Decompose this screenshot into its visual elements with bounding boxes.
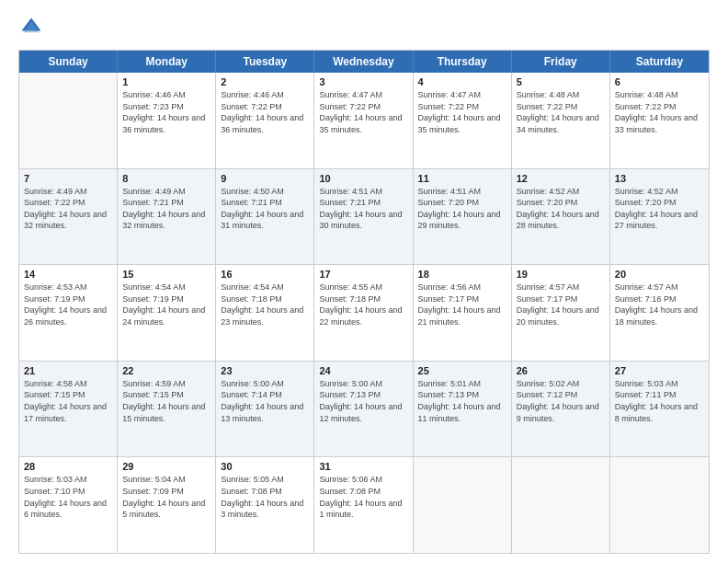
day-number: 17 [319, 269, 407, 280]
day-info: Sunrise: 4:49 AMSunset: 7:21 PMDaylight:… [122, 186, 210, 232]
page: SundayMondayTuesdayWednesdayThursdayFrid… [0, 0, 728, 563]
day-cell-31: 31Sunrise: 5:06 AMSunset: 7:08 PMDayligh… [314, 457, 413, 553]
day-info: Sunrise: 5:00 AMSunset: 7:14 PMDaylight:… [221, 378, 309, 424]
day-cell-14: 14Sunrise: 4:53 AMSunset: 7:19 PMDayligh… [19, 265, 118, 361]
day-cell-12: 12Sunrise: 4:52 AMSunset: 7:20 PMDayligh… [512, 169, 610, 265]
day-info: Sunrise: 4:57 AMSunset: 7:16 PMDaylight:… [615, 282, 704, 327]
day-info: Sunrise: 4:47 AMSunset: 7:22 PMDaylight:… [418, 89, 506, 135]
header-day-monday: Monday [118, 51, 216, 73]
day-info: Sunrise: 4:57 AMSunset: 7:17 PMDaylight:… [517, 282, 605, 327]
day-number: 23 [221, 365, 309, 376]
day-info: Sunrise: 4:51 AMSunset: 7:20 PMDaylight:… [418, 186, 506, 232]
day-number: 13 [615, 173, 704, 184]
day-info: Sunrise: 4:48 AMSunset: 7:22 PMDaylight:… [517, 89, 605, 135]
header-day-friday: Friday [512, 51, 610, 73]
day-number: 25 [418, 365, 506, 376]
day-number: 24 [319, 365, 407, 376]
day-info: Sunrise: 4:54 AMSunset: 7:19 PMDaylight:… [122, 282, 210, 327]
day-info: Sunrise: 4:46 AMSunset: 7:23 PMDaylight:… [122, 89, 210, 135]
day-info: Sunrise: 5:00 AMSunset: 7:13 PMDaylight:… [319, 378, 407, 424]
header-day-saturday: Saturday [610, 51, 709, 73]
day-info: Sunrise: 5:05 AMSunset: 7:08 PMDaylight:… [221, 474, 309, 520]
logo-icon [18, 15, 44, 40]
day-cell-6: 6Sunrise: 4:48 AMSunset: 7:22 PMDaylight… [610, 73, 709, 168]
day-cell-9: 9Sunrise: 4:50 AMSunset: 7:21 PMDaylight… [216, 169, 314, 265]
day-cell-10: 10Sunrise: 4:51 AMSunset: 7:21 PMDayligh… [314, 169, 413, 265]
calendar-row-4: 28Sunrise: 5:03 AMSunset: 7:10 PMDayligh… [19, 457, 709, 553]
calendar-row-0: 1Sunrise: 4:46 AMSunset: 7:23 PMDaylight… [19, 73, 709, 169]
logo [18, 15, 48, 40]
day-number: 2 [221, 76, 309, 87]
day-cell-30: 30Sunrise: 5:05 AMSunset: 7:08 PMDayligh… [216, 457, 314, 553]
day-number: 7 [24, 173, 112, 184]
day-number: 15 [122, 269, 210, 280]
day-number: 22 [122, 365, 210, 376]
day-cell-15: 15Sunrise: 4:54 AMSunset: 7:19 PMDayligh… [118, 265, 216, 361]
day-cell-28: 28Sunrise: 5:03 AMSunset: 7:10 PMDayligh… [19, 457, 118, 553]
day-cell-21: 21Sunrise: 4:58 AMSunset: 7:15 PMDayligh… [19, 362, 118, 457]
day-info: Sunrise: 4:58 AMSunset: 7:15 PMDaylight:… [24, 378, 112, 424]
day-info: Sunrise: 4:53 AMSunset: 7:19 PMDaylight:… [24, 282, 112, 327]
header-day-sunday: Sunday [19, 51, 118, 73]
day-number: 6 [615, 76, 704, 87]
day-cell-26: 26Sunrise: 5:02 AMSunset: 7:12 PMDayligh… [512, 362, 610, 457]
day-info: Sunrise: 4:47 AMSunset: 7:22 PMDaylight:… [319, 89, 407, 135]
day-info: Sunrise: 4:46 AMSunset: 7:22 PMDaylight:… [221, 89, 309, 135]
day-info: Sunrise: 4:48 AMSunset: 7:22 PMDaylight:… [615, 89, 704, 135]
calendar-row-3: 21Sunrise: 4:58 AMSunset: 7:15 PMDayligh… [19, 362, 709, 458]
day-number: 19 [517, 269, 605, 280]
day-number: 10 [319, 173, 407, 184]
empty-cell-0-0 [19, 73, 118, 168]
day-number: 4 [418, 76, 506, 87]
day-number: 14 [24, 269, 112, 280]
day-number: 28 [24, 461, 112, 472]
calendar-row-1: 7Sunrise: 4:49 AMSunset: 7:22 PMDaylight… [19, 169, 709, 266]
day-number: 9 [221, 173, 309, 184]
day-number: 29 [122, 461, 210, 472]
day-number: 16 [221, 269, 309, 280]
day-cell-2: 2Sunrise: 4:46 AMSunset: 7:22 PMDaylight… [216, 73, 314, 168]
day-number: 3 [319, 76, 407, 87]
day-info: Sunrise: 4:49 AMSunset: 7:22 PMDaylight:… [24, 186, 112, 232]
empty-cell-4-4 [414, 457, 512, 553]
day-cell-18: 18Sunrise: 4:56 AMSunset: 7:17 PMDayligh… [414, 265, 512, 361]
day-info: Sunrise: 5:04 AMSunset: 7:09 PMDaylight:… [122, 474, 210, 520]
day-number: 31 [319, 461, 407, 472]
day-info: Sunrise: 4:52 AMSunset: 7:20 PMDaylight:… [615, 186, 704, 232]
day-info: Sunrise: 4:56 AMSunset: 7:17 PMDaylight:… [418, 282, 506, 327]
day-cell-8: 8Sunrise: 4:49 AMSunset: 7:21 PMDaylight… [118, 169, 216, 265]
day-info: Sunrise: 4:55 AMSunset: 7:18 PMDaylight:… [319, 282, 407, 327]
day-cell-29: 29Sunrise: 5:04 AMSunset: 7:09 PMDayligh… [118, 457, 216, 553]
day-info: Sunrise: 5:03 AMSunset: 7:10 PMDaylight:… [24, 474, 112, 520]
day-cell-1: 1Sunrise: 4:46 AMSunset: 7:23 PMDaylight… [118, 73, 216, 168]
day-info: Sunrise: 5:06 AMSunset: 7:08 PMDaylight:… [319, 474, 407, 520]
day-info: Sunrise: 4:51 AMSunset: 7:21 PMDaylight:… [319, 186, 407, 232]
day-cell-11: 11Sunrise: 4:51 AMSunset: 7:20 PMDayligh… [414, 169, 512, 265]
day-cell-17: 17Sunrise: 4:55 AMSunset: 7:18 PMDayligh… [314, 265, 413, 361]
day-cell-23: 23Sunrise: 5:00 AMSunset: 7:14 PMDayligh… [216, 362, 314, 457]
day-number: 26 [517, 365, 605, 376]
day-cell-25: 25Sunrise: 5:01 AMSunset: 7:13 PMDayligh… [414, 362, 512, 457]
day-cell-20: 20Sunrise: 4:57 AMSunset: 7:16 PMDayligh… [610, 265, 709, 361]
day-info: Sunrise: 5:01 AMSunset: 7:13 PMDaylight:… [418, 378, 506, 424]
day-cell-3: 3Sunrise: 4:47 AMSunset: 7:22 PMDaylight… [314, 73, 413, 168]
header-day-tuesday: Tuesday [216, 51, 314, 73]
day-info: Sunrise: 4:54 AMSunset: 7:18 PMDaylight:… [221, 282, 309, 327]
day-cell-19: 19Sunrise: 4:57 AMSunset: 7:17 PMDayligh… [512, 265, 610, 361]
day-cell-7: 7Sunrise: 4:49 AMSunset: 7:22 PMDaylight… [19, 169, 118, 265]
day-number: 11 [418, 173, 506, 184]
day-info: Sunrise: 5:03 AMSunset: 7:11 PMDaylight:… [615, 378, 704, 424]
day-number: 12 [517, 173, 605, 184]
day-cell-24: 24Sunrise: 5:00 AMSunset: 7:13 PMDayligh… [314, 362, 413, 457]
day-cell-22: 22Sunrise: 4:59 AMSunset: 7:15 PMDayligh… [118, 362, 216, 457]
calendar-row-2: 14Sunrise: 4:53 AMSunset: 7:19 PMDayligh… [19, 265, 709, 362]
day-cell-27: 27Sunrise: 5:03 AMSunset: 7:11 PMDayligh… [610, 362, 709, 457]
day-cell-4: 4Sunrise: 4:47 AMSunset: 7:22 PMDaylight… [414, 73, 512, 168]
day-number: 21 [24, 365, 112, 376]
day-number: 1 [122, 76, 210, 87]
empty-cell-4-5 [512, 457, 610, 553]
day-info: Sunrise: 5:02 AMSunset: 7:12 PMDaylight:… [517, 378, 605, 424]
day-info: Sunrise: 4:52 AMSunset: 7:20 PMDaylight:… [517, 186, 605, 232]
day-number: 18 [418, 269, 506, 280]
day-cell-5: 5Sunrise: 4:48 AMSunset: 7:22 PMDaylight… [512, 73, 610, 168]
